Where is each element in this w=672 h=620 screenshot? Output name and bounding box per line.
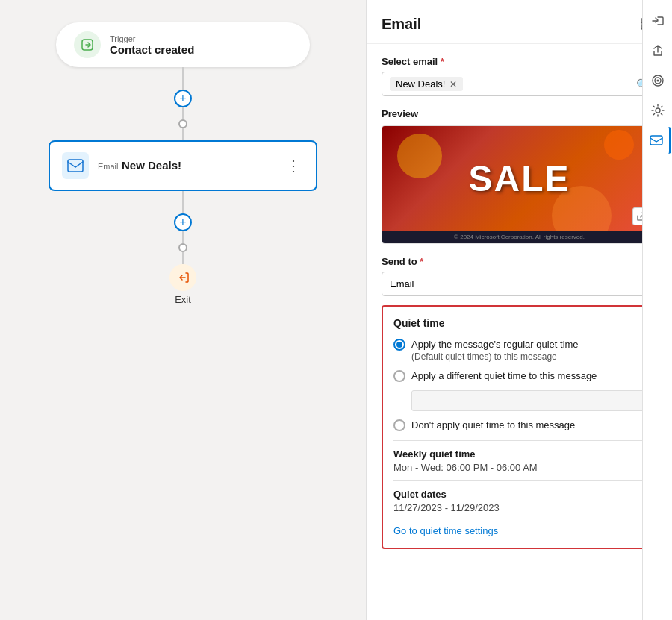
action-label: Email: [98, 162, 119, 171]
trigger-node[interactable]: Trigger Contact created: [56, 22, 310, 67]
preview-label: Preview: [382, 108, 657, 119]
workflow-canvas: Trigger Contact created + Email New Deal…: [0, 0, 366, 620]
sale-banner: SALE: [382, 126, 656, 231]
radio-option-2-circle[interactable]: [393, 370, 405, 382]
quiet-dates-value: 11/27/2023 - 11/29/2023: [393, 502, 645, 513]
weekly-quiet-time-title: Weekly quiet time: [393, 448, 645, 460]
line-4: [182, 191, 184, 213]
sale-footer: © 2024 Microsoft Corporation. All rights…: [382, 231, 656, 243]
email-tag-label: New Deals!: [396, 78, 445, 90]
panel-header: Email: [367, 0, 672, 44]
sidebar-icon-panel: [642, 0, 672, 620]
connector-dot-1: [178, 119, 187, 128]
weekly-quiet-time-block: Weekly quiet time Mon - Wed: 06:00 PM - …: [393, 448, 645, 473]
line-5: [182, 231, 184, 243]
quiet-time-option-3[interactable]: Don't apply quiet time to this message: [393, 419, 645, 432]
email-select-field[interactable]: New Deals! ✕ 🔍: [382, 72, 657, 96]
email-settings-panel: Email Select email * New Deals! ✕ 🔍 Prev…: [366, 0, 672, 620]
sale-text: SALE: [468, 158, 570, 199]
target-sidebar-button[interactable]: [644, 67, 671, 94]
svg-rect-1: [68, 160, 83, 172]
send-to-value: Email: [390, 278, 414, 289]
quiet-time-title: Quiet time: [393, 317, 645, 329]
svg-point-9: [656, 108, 660, 113]
radio-option-1-text: Apply the message's regular quiet time (…: [411, 338, 579, 362]
connector-1: +: [174, 67, 192, 140]
trigger-icon: [74, 31, 101, 58]
decoration-2: [604, 130, 634, 160]
svg-point-8: [656, 80, 659, 82]
send-to-label: Send to *: [382, 256, 657, 267]
connector-dot-2: [178, 243, 187, 252]
line-3: [182, 128, 184, 140]
panel-title: Email: [382, 16, 421, 33]
email-tag[interactable]: New Deals! ✕: [390, 77, 463, 91]
send-to-required: *: [420, 256, 423, 267]
select-email-label: Select email *: [382, 56, 657, 67]
quiet-time-option-2[interactable]: Apply a different quiet time to this mes…: [393, 369, 645, 383]
settings-sidebar-button[interactable]: [644, 97, 671, 124]
divider-2: [393, 480, 645, 481]
trigger-name: Contact created: [110, 43, 194, 56]
radio-option-3-circle[interactable]: [393, 419, 405, 431]
divider-1: [393, 440, 645, 441]
action-name: New Deals!: [122, 159, 181, 172]
connector-2: +: [174, 191, 192, 264]
preview-image: SALE © 2024 Microsoft Corporation. All r…: [382, 125, 657, 244]
quiet-dates-block: Quiet dates 11/27/2023 - 11/29/2023: [393, 489, 645, 513]
send-to-section: Send to * Email ▾: [382, 256, 657, 296]
add-step-button-2[interactable]: +: [174, 213, 192, 231]
svg-rect-10: [650, 136, 662, 145]
quiet-time-input[interactable]: [411, 390, 645, 411]
line-2: [182, 107, 184, 119]
radio-option-2-text: Apply a different quiet time to this mes…: [411, 369, 597, 383]
radio-option-1-circle[interactable]: [393, 339, 405, 351]
action-menu-button[interactable]: ⋮: [283, 154, 304, 178]
send-to-dropdown[interactable]: Email ▾: [382, 272, 657, 296]
panel-body: Select email * New Deals! ✕ 🔍 Preview SA…: [367, 44, 672, 620]
weekly-quiet-time-value: Mon - Wed: 06:00 PM - 06:00 AM: [393, 462, 645, 473]
share-sidebar-button[interactable]: [644, 37, 671, 64]
quiet-time-box: Quiet time Apply the message's regular q…: [382, 305, 657, 549]
trigger-label: Trigger: [110, 34, 194, 43]
login-sidebar-button[interactable]: [644, 7, 671, 34]
line-1: [182, 67, 184, 90]
radio-option-3-text: Don't apply quiet time to this message: [411, 419, 575, 432]
tag-close-button[interactable]: ✕: [449, 79, 457, 90]
line-6: [182, 252, 184, 264]
trigger-text: Trigger Contact created: [110, 34, 194, 56]
add-step-button-1[interactable]: +: [174, 90, 192, 107]
email-sidebar-button[interactable]: [644, 127, 671, 154]
preview-section: Preview SALE © 2024 Microsoft Corporatio…: [382, 108, 657, 244]
action-text: Email New Deals!: [98, 159, 274, 172]
decoration-1: [397, 134, 442, 178]
email-action-node[interactable]: Email New Deals! ⋮: [49, 140, 317, 191]
exit-icon: [169, 264, 196, 291]
quiet-time-option-1[interactable]: Apply the message's regular quiet time (…: [393, 338, 645, 362]
exit-node: Exit: [169, 264, 196, 305]
email-action-icon: [62, 152, 89, 179]
exit-label: Exit: [175, 294, 191, 305]
quiet-time-settings-link[interactable]: Go to quiet time settings: [393, 525, 498, 536]
required-star: *: [441, 56, 444, 67]
quiet-dates-title: Quiet dates: [393, 489, 645, 500]
